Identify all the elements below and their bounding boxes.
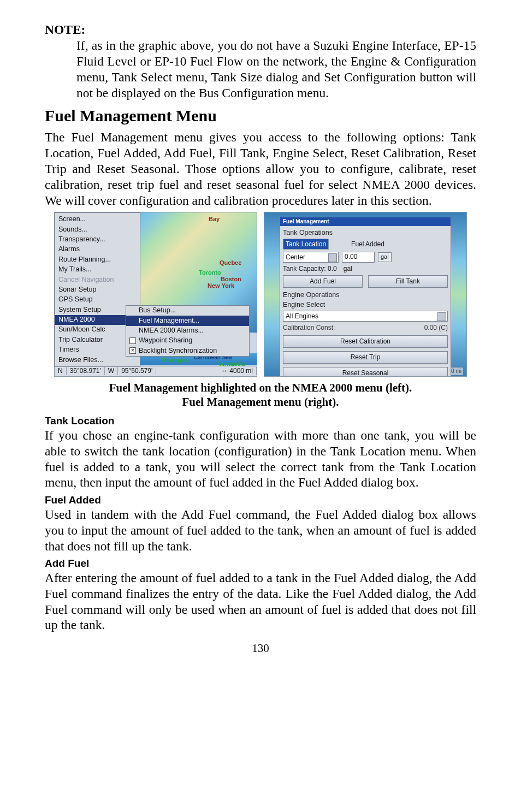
- menu-item[interactable]: Alarms: [55, 245, 140, 254]
- reset-seasonal-button[interactable]: Reset Seasonal: [283, 367, 448, 377]
- submenu-label: Waypoint Sharing: [139, 336, 192, 345]
- figure-caption: Fuel Management highlighted on the NMEA …: [45, 381, 476, 410]
- status-scale: 4000 mi: [229, 367, 253, 375]
- figure-caption-line1: Fuel Management highlighted on the NMEA …: [109, 381, 412, 394]
- reset-calibration-button[interactable]: Reset Calibration: [283, 335, 448, 348]
- status-w: W: [105, 367, 118, 375]
- left-panel-body: Bay Quebec Toronto Boston New York Scree…: [55, 212, 257, 333]
- page-number: 130: [45, 642, 476, 656]
- map-label-newyork: New York: [208, 282, 234, 290]
- note-heading: NOTE:: [45, 22, 85, 37]
- menu-item[interactable]: Browse Files...: [55, 355, 140, 365]
- status-lat: 36°08.971': [67, 367, 105, 375]
- intro-paragraph: The Fuel Management menu gives you acces…: [45, 129, 476, 208]
- map-label-bay: Bay: [209, 216, 220, 223]
- map-label-venezuela: Venezuela: [218, 361, 245, 368]
- menu-item[interactable]: Screen...: [55, 215, 140, 224]
- document-page: NOTE: If, as in the graphic above, you d…: [0, 0, 521, 812]
- fuel-added-unit: gal: [378, 252, 392, 262]
- menu-item[interactable]: Route Planning...: [55, 254, 140, 264]
- fuel-management-dialog: Fuel Management Tank Operations Tank Loc…: [280, 217, 451, 377]
- submenu-item[interactable]: Bus Setup...: [126, 306, 249, 316]
- tank-location-value: Center: [286, 253, 305, 262]
- submenu-item[interactable]: Waypoint Sharing: [126, 336, 249, 346]
- menu-item[interactable]: My Trails...: [55, 265, 140, 275]
- section-heading-fuel-management: Fuel Management Menu: [45, 106, 476, 126]
- menu-item[interactable]: Sonar Setup: [55, 285, 140, 294]
- engine-select-value: All Engines: [286, 312, 318, 321]
- status-n: N: [55, 367, 67, 375]
- tank-location-label[interactable]: Tank Location: [283, 239, 329, 250]
- tank-location-dropdown[interactable]: Center: [283, 252, 339, 263]
- note-block: NOTE: If, as in the graphic above, you d…: [45, 22, 476, 100]
- reset-trip-button[interactable]: Reset Trip: [283, 351, 448, 364]
- checkbox-icon[interactable]: [129, 337, 136, 344]
- status-arrow-icon: ↔: [221, 367, 228, 375]
- subheading-fuel-added: Fuel Added: [45, 494, 476, 506]
- note-body: If, as in the graphic above, you do not …: [76, 38, 476, 101]
- figure-row: Bay Quebec Toronto Boston New York Scree…: [45, 212, 476, 377]
- fuel-added-input[interactable]: 0.00: [342, 252, 375, 263]
- submenu-label: Fuel Management...: [139, 317, 199, 325]
- submenu-item-fuel-management[interactable]: Fuel Management...: [126, 316, 249, 325]
- group-engine-operations: Engine Operations: [283, 291, 448, 299]
- menu-item[interactable]: GPS Setup: [55, 295, 140, 305]
- submenu-item[interactable]: Backlight Synchronization: [126, 346, 249, 355]
- group-tank-operations: Tank Operations: [283, 229, 448, 237]
- dialog-title: Fuel Management: [280, 217, 451, 226]
- submenu-nmea2000[interactable]: Bus Setup... Fuel Management... NMEA 200…: [126, 305, 250, 357]
- screenshot-left-menu: Bay Quebec Toronto Boston New York Scree…: [54, 212, 257, 377]
- engine-select-label: Engine Select: [283, 301, 448, 309]
- submenu-item[interactable]: NMEA 2000 Alarms...: [126, 326, 249, 336]
- calibration-const-label: Calibration Const:: [283, 324, 335, 332]
- paragraph-tank-location: If you chose an engine-tank configuratio…: [45, 428, 476, 491]
- submenu-label: Backlight Synchronization: [139, 347, 217, 355]
- map-label-toronto: Toronto: [199, 269, 221, 277]
- fuel-added-label: Fuel Added: [351, 240, 384, 248]
- tank-capacity-unit: gal: [344, 265, 352, 273]
- menu-item[interactable]: Transparency...: [55, 235, 140, 245]
- subheading-add-fuel: Add Fuel: [45, 557, 476, 570]
- status-lon: 95°50.579': [118, 367, 156, 375]
- checkbox-icon[interactable]: [129, 347, 136, 354]
- add-fuel-button[interactable]: Add Fuel: [283, 275, 363, 288]
- subheading-tank-location: Tank Location: [45, 414, 476, 427]
- map-label-nicaragua: Nicaragua: [161, 357, 187, 364]
- dialog-body: Tank Operations Tank Location Fuel Added…: [280, 226, 451, 377]
- tank-capacity-label: Tank Capacity: 0.0: [283, 265, 337, 273]
- screenshot-right-dialog: Fuel Management Tank Operations Tank Loc…: [264, 212, 467, 377]
- engine-select-dropdown[interactable]: All Engines: [283, 311, 448, 322]
- menu-item-disabled: Cancel Navigation: [55, 275, 140, 285]
- paragraph-fuel-added: Used in tandem with the Add Fuel command…: [45, 507, 476, 554]
- paragraph-add-fuel: After entering the amount of fuel added …: [45, 570, 476, 633]
- map-label-quebec: Quebec: [220, 259, 241, 267]
- figure-caption-line2: Fuel Management menu (right).: [182, 395, 339, 408]
- submenu-label: NMEA 2000 Alarms...: [139, 327, 204, 335]
- fill-tank-button[interactable]: Fill Tank: [368, 275, 448, 288]
- calibration-const-value: 0.00 (C): [424, 324, 448, 332]
- submenu-label: Bus Setup...: [139, 306, 176, 315]
- menu-item[interactable]: Sounds...: [55, 224, 140, 234]
